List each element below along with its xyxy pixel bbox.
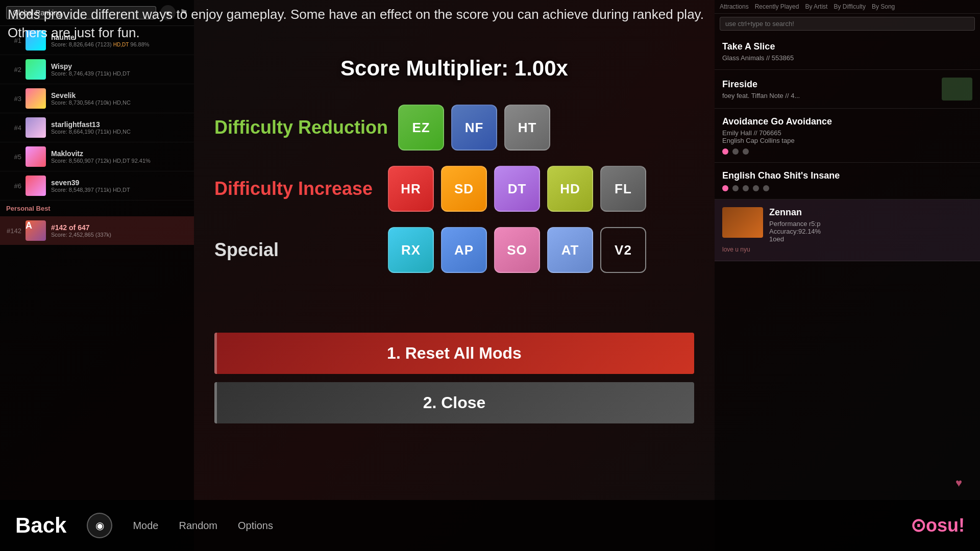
- mode-icon[interactable]: ◉: [87, 513, 112, 538]
- mods-panel: Difficulty Reduction EZ NF HT Difficulty…: [194, 94, 715, 298]
- mod-button-so[interactable]: SO: [494, 227, 540, 273]
- action-buttons-panel: 1. Reset All Mods 2. Close: [194, 333, 715, 423]
- reset-mods-button[interactable]: 1. Reset All Mods: [214, 333, 694, 374]
- reduction-mod-buttons: EZ NF HT: [398, 105, 550, 151]
- increase-mod-buttons: HR SD DT HD FL: [388, 166, 646, 212]
- reduction-category-label: Difficulty Reduction: [214, 117, 388, 138]
- mod-button-ez[interactable]: EZ: [398, 105, 444, 151]
- difficulty-increase-row: Difficulty Increase HR SD DT HD FL: [214, 166, 694, 212]
- mod-button-at[interactable]: AT: [547, 227, 593, 273]
- special-category-label: Special: [214, 239, 378, 261]
- mod-button-sd[interactable]: SD: [441, 166, 487, 212]
- mod-button-nf[interactable]: NF: [451, 105, 497, 151]
- special-row: Special RX AP SO AT V2: [214, 227, 694, 273]
- back-button[interactable]: Back: [15, 513, 66, 538]
- mode-button[interactable]: Mode: [133, 520, 158, 532]
- increase-category-label: Difficulty Increase: [214, 178, 378, 199]
- score-multiplier: Score Multiplier: 1.00x: [194, 56, 715, 81]
- mod-button-ap[interactable]: AP: [441, 227, 487, 273]
- mods-modal: Mods provide different ways to enjoy gam…: [0, 0, 980, 551]
- bottom-navigation-bar: Back ◉ Mode Random Options ⊙osu!: [0, 500, 980, 551]
- special-mod-buttons: RX AP SO AT V2: [388, 227, 646, 273]
- mod-button-hd[interactable]: HD: [547, 166, 593, 212]
- mod-button-dt[interactable]: DT: [494, 166, 540, 212]
- mods-description: Mods provide different ways to enjoy gam…: [8, 5, 715, 42]
- random-button[interactable]: Random: [179, 520, 217, 532]
- close-button[interactable]: 2. Close: [214, 382, 694, 423]
- mod-button-v2[interactable]: V2: [600, 227, 646, 273]
- mod-button-rx[interactable]: RX: [388, 227, 434, 273]
- mod-button-fl[interactable]: FL: [600, 166, 646, 212]
- mod-button-hr[interactable]: HR: [388, 166, 434, 212]
- options-button[interactable]: Options: [238, 520, 273, 532]
- osu-logo: ⊙osu!: [911, 515, 965, 536]
- difficulty-reduction-row: Difficulty Reduction EZ NF HT: [214, 105, 694, 151]
- mod-button-ht[interactable]: HT: [504, 105, 550, 151]
